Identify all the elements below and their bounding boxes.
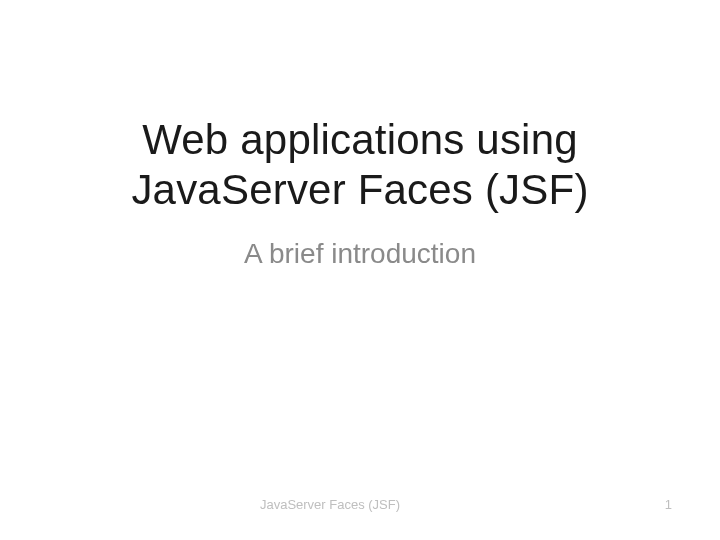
page-number: 1 (665, 497, 672, 512)
slide-footer: JavaServer Faces (JSF) 1 (0, 497, 720, 512)
slide-title: Web applications using JavaServer Faces … (131, 115, 588, 216)
title-line-1: Web applications using (142, 116, 578, 163)
slide-subtitle: A brief introduction (244, 238, 476, 270)
slide-container: Web applications using JavaServer Faces … (0, 0, 720, 540)
footer-text: JavaServer Faces (JSF) (0, 497, 660, 512)
title-line-2: JavaServer Faces (JSF) (131, 166, 588, 213)
